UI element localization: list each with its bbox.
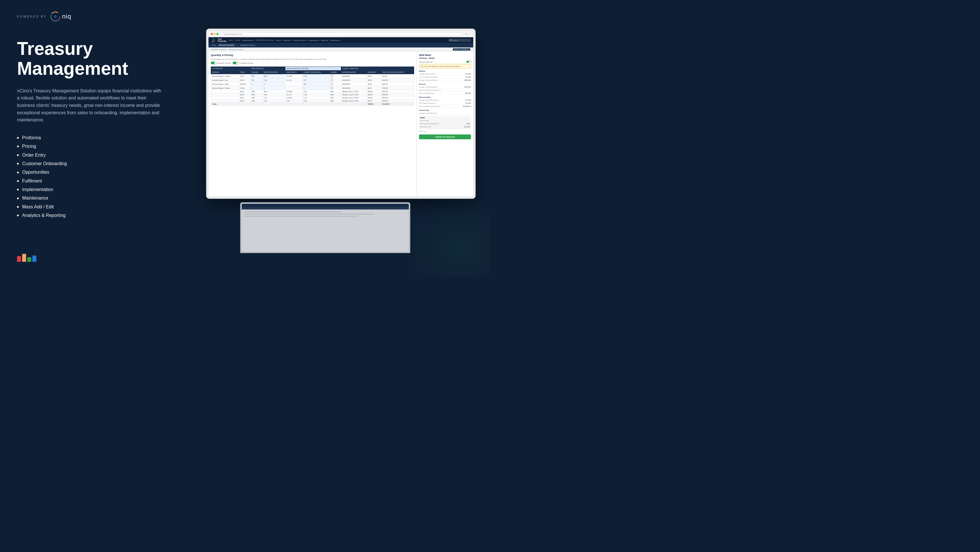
totals-volume xyxy=(250,103,263,106)
cell-price: $0.18 xyxy=(239,74,250,78)
maximize-window-btn[interactable] xyxy=(216,33,218,35)
competitor-pricing-toggle[interactable]: Competitor Pricing xyxy=(233,62,253,64)
competitor-toggle-switch[interactable] xyxy=(233,62,238,64)
page-title: Quantity & Pricing xyxy=(211,54,414,57)
cell-discount: $0.00 xyxy=(366,78,381,82)
url-bar[interactable]: yourfinancial.ncino.com xyxy=(223,32,461,36)
cell-competitor[interactable]: 0.18 xyxy=(302,74,329,78)
field-reserve-rate: Reserve Requirement Rate (%) xyxy=(419,89,471,92)
cell-waived[interactable] xyxy=(329,82,341,86)
cell-competitor[interactable]: 1 xyxy=(302,86,329,90)
nav-charter[interactable]: Charter xyxy=(235,39,240,41)
cell-service xyxy=(211,96,239,99)
nav-treasury[interactable]: Treasury Service ▾ xyxy=(293,39,307,41)
cell-exception-price[interactable]: 1 xyxy=(262,86,285,90)
cell-discount-pct xyxy=(285,82,302,86)
cell-exception-price[interactable]: 0.15 xyxy=(262,99,285,103)
sub-nav-treasury[interactable]: Wild West Treasury xyxy=(239,44,256,46)
search-box[interactable]: 🔍 Search... xyxy=(448,39,471,42)
toggle-row: Exception Pricing Competitor Pricing xyxy=(211,62,414,64)
bullet-dot xyxy=(17,198,19,199)
totals-discount-pct xyxy=(285,103,302,106)
submit-for-approval-button[interactable]: Submit For Approval xyxy=(419,134,471,139)
nav-home[interactable]: Home xyxy=(228,39,233,41)
cell-volume[interactable]: 1000 xyxy=(250,90,263,93)
minimize-window-btn[interactable] xyxy=(213,33,216,35)
cell-competitor[interactable]: 0.18 xyxy=(302,96,329,99)
cell-discount: $0.00 xyxy=(366,82,381,86)
cell-volume[interactable]: 1000 xyxy=(250,93,263,96)
approval-toggle[interactable] xyxy=(466,61,471,63)
cell-service: Remote Deposit - Capture xyxy=(211,74,239,78)
cell-exception-price[interactable]: 0.16 xyxy=(262,93,285,96)
cell-volume[interactable]: 1 xyxy=(250,82,263,86)
cell-discount-pct: 11.111 xyxy=(285,93,302,96)
breadcrumb-item-1[interactable]: Wild West Solutions xyxy=(212,49,226,50)
field-avg-collected: Average Collected Balance $338,496 xyxy=(419,79,471,82)
cell-competitor[interactable]: 0.18 xyxy=(302,93,329,96)
cell-discount: $20.00 xyxy=(366,93,381,96)
list-item: Pricing xyxy=(17,142,182,151)
cell-price: Tiered xyxy=(239,86,250,90)
exception-toggle-switch[interactable] xyxy=(211,62,216,64)
side-panel-title: Wild West xyxy=(419,54,471,57)
main-content: Quantity & Pricing On this page, you can… xyxy=(208,51,417,196)
cell-waived[interactable] xyxy=(329,78,341,82)
refresh-icon[interactable]: ↻ xyxy=(466,33,468,35)
cell-discount-pct: 11.111 xyxy=(285,78,302,82)
cell-exception-price[interactable]: 1 xyxy=(262,82,285,86)
nav-deposits[interactable]: Deposits ▾ xyxy=(283,39,291,41)
nav-reports[interactable]: Reports ▾ xyxy=(321,39,328,41)
totals-waived xyxy=(329,103,341,106)
cell-volume[interactable]: 1000 xyxy=(250,96,263,99)
cell-price: $0.16 xyxy=(239,93,250,96)
cell-volume[interactable]: 1000 xyxy=(250,99,263,103)
cell-service: Remote Deposit - Volume xyxy=(211,86,239,90)
cell-competitor[interactable]: 0.18 xyxy=(302,90,329,93)
sub-nav-ncino[interactable]: nCino xyxy=(211,44,217,46)
cell-waived: Mike xyxy=(329,93,341,96)
th-fee-with-discounts: FEE INCLUDING DISCOUNTS xyxy=(381,70,414,74)
cell-competitor[interactable]: 200 xyxy=(302,82,329,86)
exception-pricing-toggle[interactable]: Exception Pricing xyxy=(211,62,231,64)
cell-exception-price[interactable]: $0.17 xyxy=(262,90,285,93)
window-controls xyxy=(211,33,218,35)
col-group-wire: WIRE SERVICES xyxy=(250,67,285,70)
cell-service xyxy=(211,90,239,93)
nav-relationships[interactable]: Relationships ▾ xyxy=(242,39,254,41)
th-exception-price: EXCEPTION PRICE xyxy=(262,70,285,74)
field-avg-ledger: Average Ledger Balance 514,496 xyxy=(419,72,471,76)
nav-applications[interactable]: Applications ▾ xyxy=(309,39,319,41)
side-panel: Wild West Treasury - Model Requires Appr… xyxy=(417,51,473,196)
breadcrumb-item-2[interactable]: Wild West Treasury xyxy=(229,49,243,50)
table-row: Remote Deposit - Setup $200.00 1 1 200 0… xyxy=(211,82,414,86)
more-icon[interactable]: ⋮ xyxy=(469,33,471,35)
cell-fee: $42.50 xyxy=(381,74,414,78)
list-item: Opportunities xyxy=(17,168,182,177)
cell-waived[interactable] xyxy=(329,74,341,78)
totals-expiry xyxy=(341,103,367,106)
cell-waived[interactable] xyxy=(329,86,341,90)
cell-volume[interactable]: 762 xyxy=(250,78,263,82)
close-window-btn[interactable] xyxy=(211,33,213,35)
nav-onboard[interactable]: Onboard New Customer xyxy=(255,39,274,41)
setup-fee-label: Setup Fee xyxy=(419,131,471,132)
cell-exception-price[interactable]: $0.17 xyxy=(262,74,285,78)
cell-competitor[interactable]: 0.17 xyxy=(302,78,329,82)
field-avg-investable: Average Investable Balance 514,496 xyxy=(419,99,471,102)
page-description: On this page, you can enter volumes, as … xyxy=(211,58,414,60)
cell-price: $0.18 xyxy=(239,99,250,103)
sub-nav-active[interactable]: Wild West Solutions xyxy=(218,44,235,46)
nav-loans[interactable]: Loans ▾ xyxy=(275,39,282,41)
cell-volume[interactable]: 200 xyxy=(250,74,263,78)
cell-expiration: Monday, June 24, 2024 xyxy=(341,90,367,93)
cell-volume[interactable]: 1 xyxy=(250,86,263,90)
list-item: Mass Add / Edit xyxy=(17,203,182,211)
th-discount: DISCOUNT xyxy=(366,70,381,74)
nav-dashboards[interactable]: Dashboards ▾ xyxy=(330,39,340,41)
list-item: Implementation xyxy=(17,185,182,194)
cell-exception-price[interactable]: 0.16 xyxy=(262,96,285,99)
cell-exception-price[interactable]: 0.16 xyxy=(262,78,285,82)
return-to-proforma-btn[interactable]: Return To Proforma xyxy=(453,48,470,51)
cell-competitor[interactable]: 0.18 xyxy=(302,99,329,103)
